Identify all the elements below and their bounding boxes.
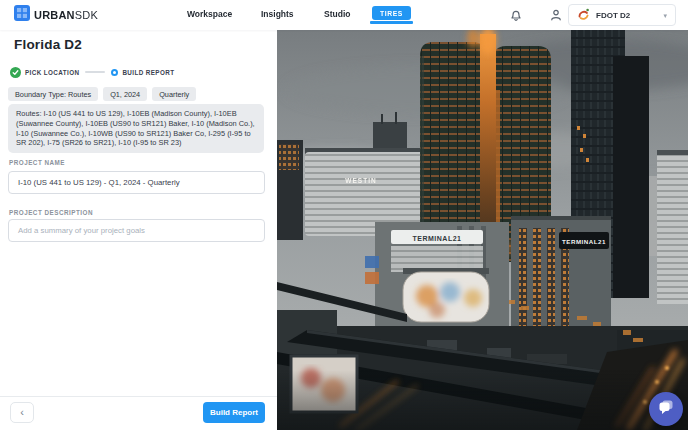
chip-quarter[interactable]: Q1, 2024: [103, 87, 147, 101]
build-report-button[interactable]: Build Report: [203, 402, 265, 423]
back-button[interactable]: ‹: [10, 402, 34, 423]
project-description-label: PROJECT DESCRIPTION: [9, 209, 93, 216]
terminal21-sign-center-text: TERMINAL21: [413, 235, 462, 242]
chat-bubble-icon: [657, 398, 675, 420]
page-title: Florida D2: [14, 37, 82, 52]
stepper: PICK LOCATION BUILD REPORT: [10, 66, 174, 78]
step-pick-location-label[interactable]: PICK LOCATION: [25, 69, 79, 76]
terminal21-sign-right-text: TERMINAL21: [562, 238, 606, 245]
step-connector: [85, 71, 105, 73]
chat-widget-button[interactable]: [649, 392, 683, 426]
filter-chips: Boundary Type: Routes Q1, 2024 Quarterly: [8, 87, 196, 101]
step-active-circle-icon: [111, 69, 118, 76]
fdot-logo-icon: [577, 6, 590, 24]
org-switcher-label: FDOT D2: [596, 11, 657, 20]
chip-frequency[interactable]: Quarterly: [152, 87, 196, 101]
project-name-label: PROJECT NAME: [9, 159, 65, 166]
location-preview-photo: WESTIN TERMINAL21: [277, 30, 688, 430]
user-account-icon[interactable]: [549, 8, 563, 22]
nav-tires-active[interactable]: TIRES: [372, 6, 411, 20]
step-build-report-label[interactable]: BUILD REPORT: [122, 69, 174, 76]
project-description-input[interactable]: [8, 219, 265, 242]
chip-boundary-type[interactable]: Boundary Type: Routes: [8, 87, 98, 101]
active-tab-underline: [370, 21, 413, 24]
step-complete-check-icon: [10, 67, 21, 78]
westin-sign-text: WESTIN: [345, 177, 376, 184]
chevron-down-icon: ▾: [663, 12, 667, 19]
org-switcher-dropdown[interactable]: FDOT D2 ▾: [568, 4, 676, 26]
nav-workspace[interactable]: Workspace: [187, 9, 232, 19]
nav-studio[interactable]: Studio: [324, 9, 350, 19]
brand-name: URBANSDK: [34, 9, 98, 21]
routes-summary: Routes: I-10 (US 441 to US 129), I-10EB …: [8, 104, 264, 153]
report-builder-panel: Florida D2 PICK LOCATION BUILD REPORT Bo…: [0, 30, 277, 430]
top-nav-bar: URBANSDK Workspace Insights Studio TIRES…: [0, 0, 688, 30]
project-name-input[interactable]: [8, 171, 265, 194]
notifications-bell-icon[interactable]: [509, 8, 523, 22]
nav-insights[interactable]: Insights: [261, 9, 294, 19]
brand-logo[interactable]: URBANSDK: [14, 6, 98, 24]
urbansdk-logo-icon: [14, 5, 30, 25]
footer-divider: [0, 396, 277, 397]
